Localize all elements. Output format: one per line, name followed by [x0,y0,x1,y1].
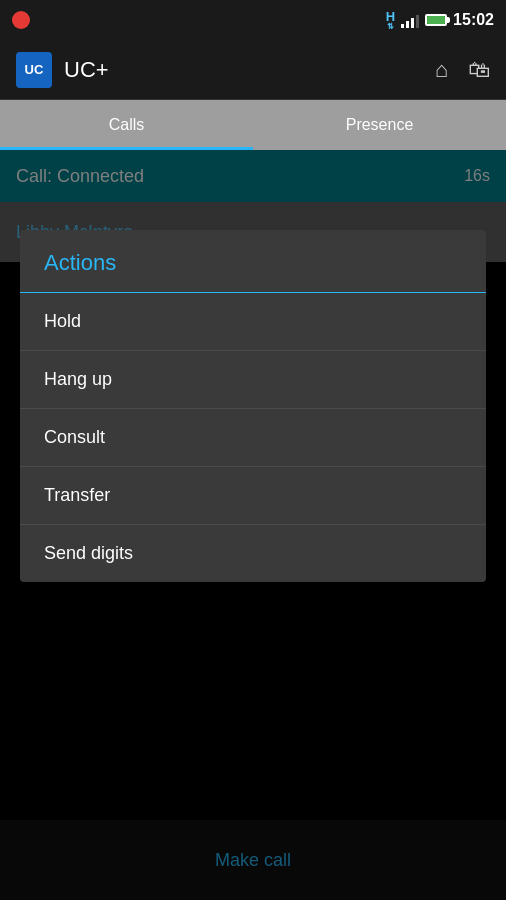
app-bar-left: UC UC+ [16,52,109,88]
status-time: 15:02 [453,11,494,29]
status-bar: H ⇅ 15:02 [0,0,506,40]
network-h-indicator: H ⇅ [386,10,395,31]
uc-logo: UC [16,52,52,88]
tab-presence[interactable]: Presence [253,100,506,150]
bag-icon[interactable]: 🛍 [468,57,490,83]
action-hold[interactable]: Hold [20,293,486,351]
app-title: UC+ [64,57,109,83]
app-bar-right: ⌂ 🛍 [435,57,490,83]
action-hang-up[interactable]: Hang up [20,351,486,409]
action-send-digits[interactable]: Send digits [20,525,486,582]
notification-dot [12,11,30,29]
dialog-title: Actions [20,230,486,293]
action-consult[interactable]: Consult [20,409,486,467]
signal-strength-icon [401,12,419,28]
status-bar-right: H ⇅ 15:02 [386,10,494,31]
battery-icon [425,14,447,26]
actions-dialog: Actions Hold Hang up Consult Transfer Se… [20,230,486,582]
app-bar: UC UC+ ⌂ 🛍 [0,40,506,100]
network-arrows: ⇅ [387,23,394,31]
action-transfer[interactable]: Transfer [20,467,486,525]
tab-bar: Calls Presence [0,100,506,150]
status-bar-left [12,11,30,29]
home-icon[interactable]: ⌂ [435,57,448,83]
tab-calls[interactable]: Calls [0,100,253,150]
